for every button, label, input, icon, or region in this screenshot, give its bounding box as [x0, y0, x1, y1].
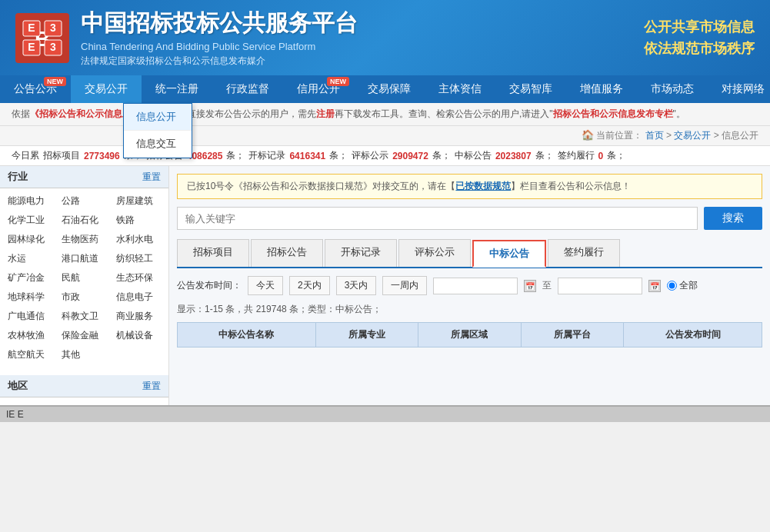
sidebar-industry-item[interactable]: 生态环保 — [112, 269, 165, 287]
sidebar-industry-item[interactable]: 铁路 — [112, 211, 165, 229]
sidebar-industry-item[interactable]: 农林牧渔 — [4, 327, 56, 344]
slogan-2: 依法规范市场秩序 — [644, 39, 755, 58]
sidebar-industry-item[interactable]: 其他 — [58, 346, 110, 364]
tab-pbgs[interactable]: 评标公示 — [398, 239, 471, 267]
nav-item-jygk[interactable]: 交易公开 信息公开 信息交互 — [71, 75, 142, 103]
sidebar-industry-item[interactable]: 市政 — [58, 288, 110, 306]
radio-all[interactable] — [667, 281, 677, 291]
sidebar-industry-reset[interactable]: 重置 — [142, 171, 161, 184]
nav-item-ztzx[interactable]: 主体资信 — [425, 75, 495, 103]
sidebar-industry-item[interactable]: 园林绿化 — [4, 231, 56, 248]
browser-bar: IE E — [0, 405, 770, 422]
info-notice: 已按10号令《招标公告和公示数据接口规范》对接交互的，请在【已按数据规范】栏目查… — [177, 174, 762, 199]
cal-icon-from[interactable]: 📅 — [524, 280, 536, 292]
sidebar-industry-item[interactable]: 房屋建筑 — [112, 192, 165, 210]
sidebar-industry-item[interactable]: 广电通信 — [4, 308, 56, 325]
content-area: 已按10号令《招标公告和公示数据接口规范》对接交互的，请在【已按数据规范】栏目查… — [169, 166, 770, 405]
sidebar-region-reset[interactable]: 重置 — [142, 380, 161, 393]
cal-icon-to[interactable]: 📅 — [648, 280, 661, 292]
sidebar-industry-item[interactable]: 地球科学 — [4, 288, 56, 306]
nav-item-jybz[interactable]: 交易保障 — [354, 75, 425, 103]
nav-item-djwl[interactable]: 对接网络 — [708, 75, 770, 103]
svg-text:3: 3 — [50, 41, 56, 53]
breadcrumb: 🏠 当前位置： 首页 > 交易公开 > 信息公开 — [0, 126, 770, 146]
stats-label-4: 中标公告 — [455, 149, 492, 162]
breadcrumb-parent[interactable]: 交易公开 — [674, 130, 711, 141]
col-industry: 所属专业 — [315, 323, 418, 347]
filter-btn-1week[interactable]: 一周内 — [382, 276, 427, 295]
filter-btn-2days[interactable]: 2天内 — [289, 276, 330, 295]
sidebar-industry-item[interactable]: 商业服务 — [112, 308, 165, 325]
sidebar-industry-item[interactable]: 机械设备 — [112, 327, 165, 344]
nav-item-xygk[interactable]: 信用公开 NEW — [283, 75, 354, 103]
col-name: 中标公告名称 — [178, 323, 316, 347]
breadcrumb-text: 当前位置： — [596, 130, 642, 141]
filter-date-from[interactable] — [433, 278, 518, 294]
tab-kbjl[interactable]: 开标记录 — [325, 239, 397, 267]
tabs-row: 招标项目招标公告开标记录评标公示中标公告签约履行 — [177, 239, 762, 268]
site-subtitle: 法律规定国家级招标公告和公示信息发布媒介 — [81, 55, 358, 68]
notice-bar: 依据《招标公告和公示信息发布管理办法》直接发布公告公示的用户，需先注册再下载发布… — [0, 103, 770, 126]
stats-label-5: 签约履行 — [558, 149, 595, 162]
sidebar-industry-item[interactable]: 纺织轻工 — [112, 250, 165, 268]
stats-label-0: 招标项目 — [43, 149, 80, 162]
header: B E 3 E 3 中国招标投标公共服务平台 China Tendering A… — [0, 0, 770, 75]
stats-count-0: 2773496 — [84, 151, 120, 161]
col-time: 公告发布时间 — [624, 323, 762, 347]
stats-bar: 今日累 招标项目 2773496 条； 招标公告 4086285 条； 开标记录… — [0, 146, 770, 166]
search-button[interactable]: 搜索 — [704, 207, 762, 230]
data-spec-link[interactable]: 已按数据规范 — [455, 181, 511, 191]
nav-item-tyzc[interactable]: 统一注册 — [142, 75, 212, 103]
search-bar: 搜索 — [177, 207, 762, 230]
sidebar-industry-item[interactable]: 航空航天 — [4, 346, 56, 364]
sidebar-industry-item[interactable]: 能源电力 — [4, 192, 56, 210]
filter-row: 公告发布时间： 今天 2天内 3天内 一周内 📅 至 📅 全部 — [177, 276, 762, 295]
dropdown-item-xxjh[interactable]: 信息交互 — [124, 131, 192, 158]
tab-qylx[interactable]: 签约履行 — [548, 239, 620, 267]
nav-item-gggs[interactable]: 公告公示 NEW — [0, 75, 71, 103]
sidebar-industry-item[interactable]: 保险金融 — [58, 327, 110, 344]
site-title-en: China Tendering And Bidding Public Servi… — [81, 41, 358, 52]
sidebar-industry-item[interactable]: 科教文卫 — [58, 308, 110, 325]
sidebar-region-section: 地区 重置 — [0, 375, 168, 397]
filter-label: 公告发布时间： — [177, 279, 242, 292]
nav-item-zzfw[interactable]: 增值服务 — [566, 75, 637, 103]
result-info: 显示：1-15 条，共 219748 条；类型：中标公告； — [177, 303, 762, 316]
stats-today-label: 今日累 — [12, 149, 39, 162]
breadcrumb-current: 信息公开 — [722, 130, 758, 141]
sidebar-industry-item[interactable]: 水运 — [4, 250, 56, 268]
sidebar-industry-item[interactable]: 港口航道 — [58, 250, 110, 268]
slogan-1: 公开共享市场信息 — [644, 18, 755, 36]
home-icon: 🏠 — [582, 129, 594, 141]
filter-date-to[interactable] — [558, 278, 642, 294]
nav-badge-gggs: NEW — [44, 77, 66, 86]
filter-btn-3days[interactable]: 3天内 — [336, 276, 377, 295]
tab-zbgg[interactable]: 招标公告 — [251, 239, 323, 267]
sidebar-industry-item[interactable]: 水利水电 — [112, 231, 165, 248]
tab-zbxm[interactable]: 招标项目 — [177, 239, 249, 267]
sidebar-industry-item[interactable]: 信息电子 — [112, 288, 165, 306]
nav-item-scdt[interactable]: 市场动态 — [637, 75, 708, 103]
stats-count-5: 0 — [598, 151, 604, 161]
svg-text:3: 3 — [50, 22, 56, 34]
notice-link-column[interactable]: 招标公告和公示信息发布专栏 — [553, 108, 673, 119]
sidebar-industry-item[interactable]: 民航 — [58, 269, 110, 287]
sidebar-industry-item[interactable]: 公路 — [58, 192, 110, 210]
site-title-cn: 中国招标投标公共服务平台 — [81, 8, 358, 39]
sidebar-industry-item[interactable]: 生物医药 — [58, 231, 110, 248]
sidebar-industry-item[interactable]: 石油石化 — [58, 211, 110, 229]
notice-link-register[interactable]: 注册 — [316, 108, 335, 119]
radio-all-label[interactable]: 全部 — [667, 279, 698, 292]
breadcrumb-home[interactable]: 首页 — [645, 130, 664, 141]
sidebar-industry-item[interactable]: 化学工业 — [4, 211, 56, 229]
nav-item-xzjd[interactable]: 行政监督 — [212, 75, 283, 103]
sidebar-industry-item[interactable]: 矿产冶金 — [4, 269, 56, 287]
filter-btn-today[interactable]: 今天 — [248, 276, 283, 295]
stats-label-2: 开标记录 — [248, 149, 285, 162]
nav-badge-xygk: NEW — [327, 77, 349, 86]
sidebar: 行业 重置 能源电力公路房屋建筑化学工业石油石化铁路园林绿化生物医药水利水电水运… — [0, 166, 169, 405]
search-input[interactable] — [177, 207, 698, 230]
dropdown-item-xxgk[interactable]: 信息公开 — [124, 104, 192, 131]
tab-zbgg2[interactable]: 中标公告 — [472, 240, 546, 268]
nav-item-jyzk[interactable]: 交易智库 — [495, 75, 566, 103]
